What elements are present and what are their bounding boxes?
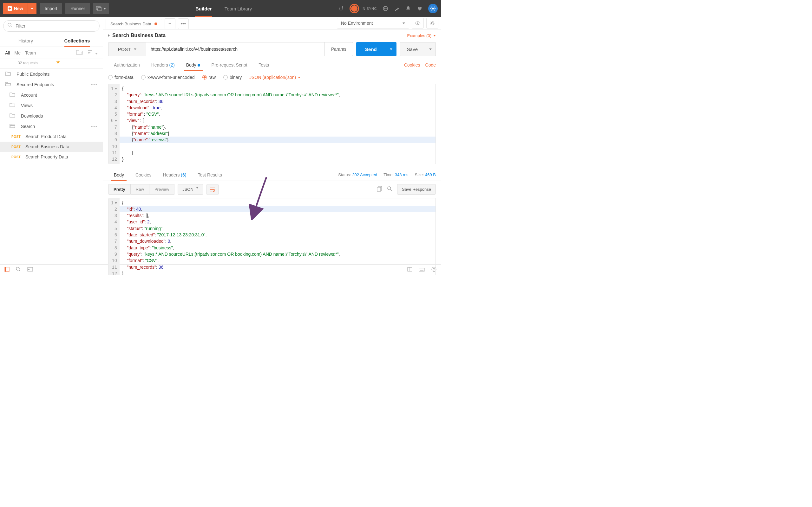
sidebar-item-public-endpoints[interactable]: Public Endpoints (0, 69, 103, 79)
request-item[interactable]: POST Search Product Data (0, 131, 103, 142)
window-icon (96, 6, 101, 11)
heart-icon[interactable] (417, 6, 422, 11)
method-select[interactable]: POST (108, 42, 146, 56)
view-raw[interactable]: Raw (131, 184, 149, 194)
svg-rect-2 (98, 8, 101, 11)
request-label: Search Property Data (26, 154, 68, 159)
new-tab-button[interactable]: + (165, 18, 175, 29)
environment-select[interactable]: No Environment (337, 18, 409, 29)
seg-all[interactable]: All (5, 50, 10, 55)
filter-input[interactable] (3, 20, 100, 32)
wrap-icon (210, 187, 215, 192)
wrap-lines-button[interactable] (206, 184, 218, 195)
subtab-headers[interactable]: Headers (2) (146, 59, 181, 71)
sidebar-item-label: Views (21, 103, 33, 108)
sidebar-item-label: Secured Endpoints (16, 82, 54, 87)
sort-icon[interactable] (88, 50, 98, 55)
tab-collections[interactable]: Collections (51, 35, 103, 47)
sidebar-toggle-icon[interactable] (4, 267, 9, 273)
folder-open-icon (5, 82, 12, 87)
send-button[interactable]: Send (356, 42, 386, 56)
sidebar-item-label: Public Endpoints (16, 72, 49, 77)
tab-builder[interactable]: Builder (189, 0, 218, 17)
url-input[interactable] (146, 42, 325, 56)
wrench-icon[interactable] (394, 6, 400, 11)
radio-raw[interactable]: raw (202, 75, 216, 80)
tab-history[interactable]: History (0, 35, 51, 47)
params-button[interactable]: Params (325, 42, 353, 56)
content-type-select[interactable]: JSON (application/json) (249, 75, 300, 80)
svg-point-8 (417, 22, 418, 24)
sidebar-item-views[interactable]: Views (0, 100, 103, 111)
sidebar-item-search[interactable]: Search ••• (0, 121, 103, 131)
new-folder-icon[interactable] (76, 49, 83, 56)
request-body-editor[interactable]: 1 ▾23456 ▾789101112 { "query": "keys:* A… (108, 83, 436, 164)
resp-tab-body[interactable]: Body (108, 169, 130, 181)
save-response-button[interactable]: Save Response (397, 184, 436, 194)
bell-icon[interactable] (405, 6, 411, 11)
sidebar-item-downloads[interactable]: Downloads (0, 111, 103, 121)
subtab-authorization[interactable]: Authorization (108, 59, 146, 71)
resp-tab-cookies[interactable]: Cookies (130, 169, 157, 181)
runner-button[interactable]: Runner (65, 3, 90, 14)
new-window-button[interactable] (93, 3, 109, 14)
method-badge: POST (11, 155, 21, 159)
svg-point-6 (432, 8, 434, 9)
code-link[interactable]: Code (425, 62, 436, 67)
subtab-body[interactable]: Body (181, 59, 206, 71)
subtab-tests[interactable]: Tests (253, 59, 275, 71)
view-pretty[interactable]: Pretty (108, 184, 131, 194)
topbar: New Import Runner Builder Team Library I… (0, 0, 441, 17)
svg-point-12 (388, 187, 391, 190)
tab-team-library[interactable]: Team Library (218, 0, 258, 17)
response-format-select[interactable]: JSON (177, 184, 203, 194)
subtab-prerequest[interactable]: Pre-request Script (206, 59, 253, 71)
tab-more-button[interactable]: ••• (178, 18, 189, 29)
seg-team[interactable]: Team (25, 50, 36, 55)
new-dropdown[interactable] (28, 3, 37, 14)
sidebar-item-account[interactable]: Account (0, 90, 103, 100)
modified-dot-icon (198, 64, 200, 66)
request-item[interactable]: POST Search Property Data (0, 152, 103, 162)
search-response-icon[interactable] (387, 186, 393, 193)
svg-point-9 (432, 22, 433, 24)
gear-icon (430, 6, 436, 11)
request-tab[interactable]: Search Business Data (106, 19, 162, 29)
star-icon: ★ (56, 59, 60, 65)
save-dropdown[interactable] (425, 42, 436, 56)
env-settings-button[interactable] (426, 18, 438, 29)
more-icon[interactable]: ••• (91, 82, 98, 87)
globe-icon[interactable] (383, 6, 388, 11)
find-icon[interactable] (16, 267, 21, 273)
search-icon (8, 23, 13, 29)
request-label: Search Business Data (26, 144, 69, 149)
examples-dropdown[interactable]: Examples (0) (407, 33, 436, 38)
radio-form-data[interactable]: form-data (108, 75, 134, 80)
sync-status[interactable]: IN SYNC (350, 4, 377, 13)
sidebar-item-secured-endpoints[interactable]: Secured Endpoints ••• (0, 79, 103, 90)
svg-rect-11 (377, 187, 380, 191)
cookies-link[interactable]: Cookies (404, 62, 420, 67)
request-item[interactable]: POST Search Business Data (0, 142, 103, 152)
collection-header[interactable]: ★ 32 requests (0, 59, 103, 69)
more-icon[interactable]: ••• (91, 124, 98, 129)
import-button[interactable]: Import (40, 3, 62, 14)
seg-me[interactable]: Me (14, 50, 20, 55)
env-preview-button[interactable] (412, 18, 424, 29)
satellite-icon[interactable] (338, 6, 344, 11)
new-button[interactable]: New (3, 3, 28, 14)
resp-tab-headers[interactable]: Headers (6) (157, 169, 192, 181)
send-dropdown[interactable] (386, 42, 397, 56)
save-button[interactable]: Save (400, 42, 425, 56)
copy-icon[interactable] (377, 186, 383, 193)
resp-tab-tests[interactable]: Test Results (192, 169, 227, 181)
plus-icon (8, 6, 12, 11)
avatar[interactable] (428, 4, 438, 13)
radio-binary[interactable]: binary (223, 75, 242, 80)
view-preview[interactable]: Preview (149, 184, 174, 194)
response-body-viewer[interactable]: 1 ▾23456789101112 { "id": 40, "results":… (108, 198, 436, 275)
request-label: Search Product Data (26, 134, 67, 139)
folder-open-icon (9, 124, 16, 129)
console-icon[interactable] (27, 267, 33, 273)
radio-urlencoded[interactable]: x-www-form-urlencoded (141, 75, 195, 80)
